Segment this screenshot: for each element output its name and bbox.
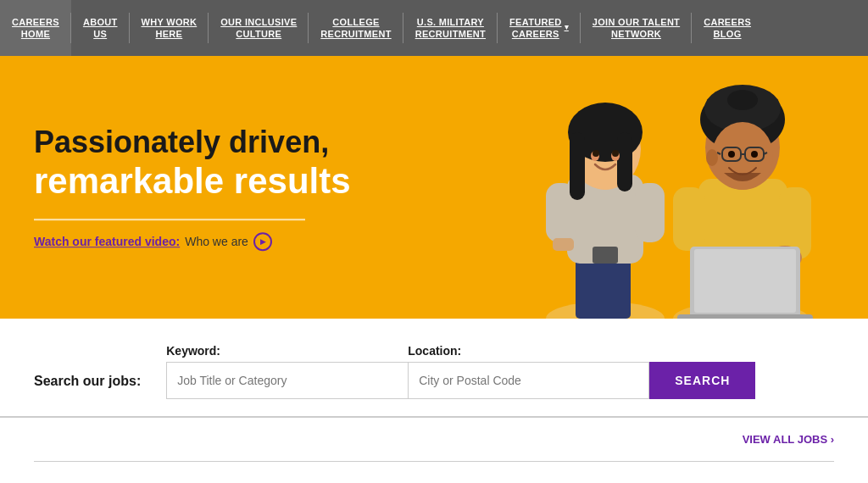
nav-label-careers-home: CAREERSHOME: [12, 16, 59, 41]
nav-label-why-work-here: WHY WORKHERE: [142, 16, 198, 41]
nav-item-careers-blog[interactable]: CAREERSBLOG: [692, 0, 763, 56]
svg-point-14: [593, 150, 599, 157]
nav-item-about-us[interactable]: ABOUTUS: [71, 0, 130, 56]
hero-video-text[interactable]: Who we are: [185, 235, 248, 248]
nav-label-featured-careers: FEATUREDCAREERS: [509, 16, 561, 41]
view-all-container: VIEW ALL JOBS ›: [0, 426, 868, 461]
location-input[interactable]: [408, 362, 649, 399]
hero-text-block: Passionately driven, remarkable results …: [34, 124, 351, 251]
nav-label-military-recruitment: U.S. MILITARYRECRUITMENT: [415, 16, 486, 41]
search-section: Search our jobs: Keyword: Location: SEAR…: [0, 319, 868, 418]
nav-item-careers-home[interactable]: CAREERSHOME: [0, 0, 71, 56]
location-label: Location:: [408, 344, 649, 358]
svg-point-15: [612, 150, 619, 157]
svg-point-36: [728, 151, 735, 158]
svg-rect-7: [593, 247, 618, 264]
nav-item-talent-network[interactable]: JOIN OUR TALENTNETWORK: [581, 0, 692, 56]
svg-point-29: [727, 90, 758, 110]
chevron-down-icon: ▾: [565, 23, 569, 33]
nav-item-military-recruitment[interactable]: U.S. MILITARYRECRUITMENT: [403, 0, 498, 56]
hero-divider: [34, 219, 305, 220]
svg-rect-20: [673, 187, 705, 251]
location-field-group: Location:: [408, 344, 649, 399]
nav-item-inclusive-culture[interactable]: OUR INCLUSIVECULTURE: [209, 0, 309, 56]
hero-video-label[interactable]: Watch our featured video:: [34, 235, 180, 248]
play-icon[interactable]: [253, 232, 272, 251]
nav-label-college-recruitment: COLLEGERECRUITMENT: [320, 16, 391, 41]
hero-illustration: [427, 56, 868, 319]
svg-rect-25: [677, 314, 813, 319]
hero-video-link[interactable]: Watch our featured video: Who we are: [34, 232, 351, 251]
nav-label-inclusive-culture: OUR INCLUSIVECULTURE: [220, 16, 297, 41]
svg-rect-10: [570, 132, 585, 200]
svg-rect-5: [635, 183, 665, 242]
hero-banner: Passionately driven, remarkable results …: [0, 56, 868, 319]
keyword-field-group: Keyword:: [166, 344, 408, 399]
svg-point-37: [751, 151, 758, 158]
svg-rect-11: [617, 132, 632, 192]
nav-item-college-recruitment[interactable]: COLLEGERECRUITMENT: [309, 0, 403, 56]
keyword-input[interactable]: [166, 362, 408, 399]
nav-label-talent-network: JOIN OUR TALENTNETWORK: [593, 16, 680, 41]
search-button[interactable]: SEARCH: [649, 362, 755, 399]
view-all-jobs-link[interactable]: VIEW ALL JOBS ›: [743, 433, 834, 446]
bottom-divider: [34, 461, 834, 462]
search-fields: Keyword: Location: SEARCH: [166, 344, 834, 399]
keyword-label: Keyword:: [166, 344, 408, 358]
svg-rect-6: [553, 238, 574, 251]
nav-item-featured-careers[interactable]: FEATUREDCAREERS ▾: [498, 0, 581, 56]
nav-label-careers-blog: CAREERSBLOG: [704, 16, 751, 41]
nav-label-about-us: ABOUTUS: [83, 16, 118, 41]
main-nav: CAREERSHOME ABOUTUS WHY WORKHERE OUR INC…: [0, 0, 868, 56]
nav-item-why-work-here[interactable]: WHY WORKHERE: [130, 0, 209, 56]
svg-point-38: [706, 149, 718, 166]
svg-rect-24: [694, 249, 796, 313]
hero-headline-line1: Passionately driven,: [34, 124, 351, 160]
hero-headline-line2: remarkable results: [34, 160, 351, 203]
search-label: Search our jobs:: [34, 374, 141, 399]
